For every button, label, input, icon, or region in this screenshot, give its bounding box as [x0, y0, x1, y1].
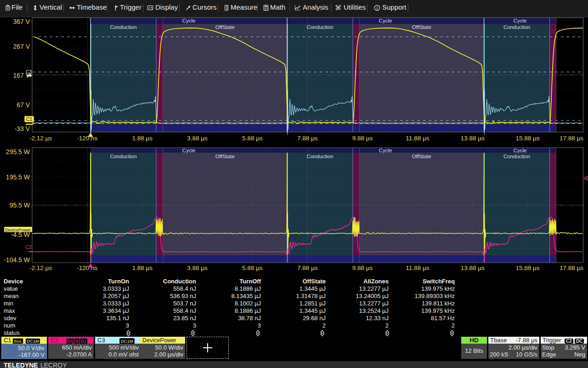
svg-text:OffState: OffState — [215, 154, 235, 159]
svg-text:11.88 µs: 11.88 µs — [406, 264, 429, 271]
svg-text:295.5 W: 295.5 W — [6, 148, 30, 155]
svg-text:17.88 µs: 17.88 µs — [560, 135, 583, 142]
svg-text:OffState: OffState — [412, 24, 431, 30]
svg-text:-2.12 µs: -2.12 µs — [29, 135, 52, 142]
svg-text:95.5 W: 95.5 W — [10, 201, 30, 209]
svg-text:3.88 µs: 3.88 µs — [187, 264, 208, 271]
svg-text:11.88 µs: 11.88 µs — [406, 135, 429, 142]
svg-text:7.88 µs: 7.88 µs — [297, 264, 318, 271]
svg-text:9.88 µs: 9.88 µs — [352, 135, 373, 142]
svg-text:Conduction: Conduction — [306, 24, 333, 30]
svg-text:-120 ns: -120 ns — [77, 264, 97, 271]
svg-text:5.88 µs: 5.88 µs — [242, 264, 263, 271]
svg-text:Conduction: Conduction — [110, 154, 136, 159]
svg-text:9.88 µs: 9.88 µs — [352, 264, 373, 271]
svg-text:-33 V: -33 V — [15, 125, 30, 132]
svg-text:-2.12 µs: -2.12 µs — [29, 264, 52, 271]
svg-text:7.88 µs: 7.88 µs — [297, 135, 318, 142]
svg-text:13.88 µs: 13.88 µs — [461, 135, 485, 142]
svg-text:Conduction: Conduction — [503, 24, 530, 30]
svg-text:15.88 µs: 15.88 µs — [516, 264, 540, 271]
svg-text:C1: C1 — [26, 116, 33, 122]
svg-text:15.88 µs: 15.88 µs — [516, 135, 540, 142]
svg-text:5.88 µs: 5.88 µs — [242, 135, 263, 142]
svg-text:OffState: OffState — [412, 154, 431, 159]
svg-text:Cycle: Cycle — [514, 148, 527, 153]
svg-text:267 V: 267 V — [13, 43, 30, 50]
svg-text:C3: C3 — [26, 69, 32, 75]
svg-text:-120 ns: -120 ns — [77, 135, 97, 142]
svg-text:Conduction: Conduction — [503, 154, 530, 159]
svg-text:1.88 µs: 1.88 µs — [132, 264, 153, 271]
svg-text:Cycle: Cycle — [182, 148, 196, 153]
svg-text:Conduction: Conduction — [110, 24, 136, 30]
svg-text:OffState: OffState — [215, 24, 235, 30]
svg-text:DevicePower: DevicePower — [5, 227, 31, 232]
svg-text:367 V: 367 V — [13, 18, 30, 25]
svg-text:-104.5 W: -104.5 W — [4, 256, 30, 264]
svg-text:C2: C2 — [25, 244, 32, 250]
svg-text:Cycle: Cycle — [379, 148, 392, 153]
svg-text:195.5 W: 195.5 W — [6, 173, 30, 181]
svg-text:Conduction: Conduction — [306, 154, 333, 159]
svg-text:1.88 µs: 1.88 µs — [132, 135, 153, 142]
svg-text:Cycle: Cycle — [182, 18, 196, 23]
svg-text:Cycle: Cycle — [379, 18, 392, 23]
svg-text:13.88 µs: 13.88 µs — [461, 264, 485, 271]
svg-text:3.88 µs: 3.88 µs — [187, 135, 208, 142]
svg-text:67 V: 67 V — [17, 101, 30, 109]
svg-text:17.88 µs: 17.88 µs — [560, 264, 583, 271]
svg-text:Cycle: Cycle — [514, 18, 527, 23]
